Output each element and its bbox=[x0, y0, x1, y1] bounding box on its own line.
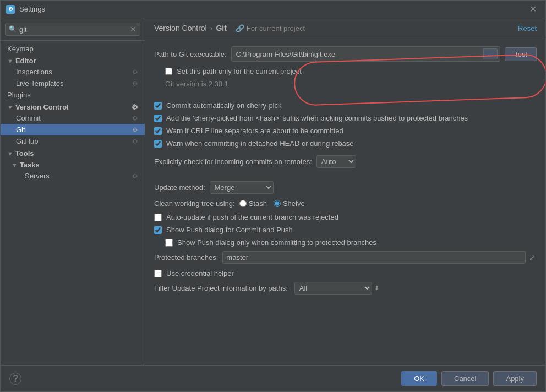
filter-expand-icon: ⬍ bbox=[374, 285, 379, 292]
set-path-checkbox-label[interactable]: Set this path only for the current proje… bbox=[165, 67, 302, 75]
main-content: 🔍 ✕ Keymap ▼ Editor Inspections bbox=[1, 18, 545, 365]
sidebar-group-version-control[interactable]: ▼ Version Control ⚙ bbox=[1, 101, 145, 112]
show-push-dialog-row: Show Push dialog for Commit and Push bbox=[154, 226, 537, 234]
breadcrumb-separator: › bbox=[210, 24, 213, 32]
git-version-text: Git version is 2.30.1 bbox=[165, 80, 537, 88]
auto-update-row: Auto-update if push of the current branc… bbox=[154, 213, 537, 221]
reset-button[interactable]: Reset bbox=[518, 24, 537, 32]
protected-branches-input[interactable] bbox=[222, 251, 526, 264]
commit-gear-icon: ⚙ bbox=[132, 115, 138, 122]
sidebar-item-github[interactable]: GitHub ⚙ bbox=[1, 135, 145, 147]
protected-branches-input-wrap: ⤢ bbox=[222, 251, 537, 264]
protected-expand-icon[interactable]: ⤢ bbox=[528, 253, 537, 262]
cherry-pick-row: Commit automatically on cherry-pick bbox=[154, 101, 537, 110]
set-path-checkbox[interactable] bbox=[165, 68, 172, 75]
show-push-protected-row: Show Push dialog only when committing to… bbox=[165, 238, 537, 247]
show-push-dialog-label[interactable]: Show Push dialog for Commit and Push bbox=[154, 226, 293, 234]
auto-update-text: Auto-update if push of the current branc… bbox=[166, 213, 338, 221]
clean-working-tree-row: Clean working tree using: Stash Shelve bbox=[154, 199, 537, 208]
stash-radio-label[interactable]: Stash bbox=[239, 199, 267, 208]
credential-helper-checkbox[interactable] bbox=[154, 270, 162, 277]
sidebar-item-inspections[interactable]: Inspections ⚙ bbox=[1, 66, 145, 78]
filter-select[interactable]: All Affected paths only bbox=[294, 282, 372, 295]
sidebar-group-tasks[interactable]: ▼ Tasks bbox=[1, 159, 145, 170]
github-gear-icon: ⚙ bbox=[132, 138, 138, 145]
clean-working-tree-label: Clean working tree using: bbox=[154, 199, 235, 208]
sidebar-item-git[interactable]: Git ⚙ bbox=[1, 124, 145, 135]
cherry-pick-suffix-label[interactable]: Add the 'cherry-picked from <hash>' suff… bbox=[154, 114, 468, 122]
filter-label: Filter Update Project information by pat… bbox=[154, 284, 288, 292]
close-button[interactable]: ✕ bbox=[526, 3, 540, 15]
breadcrumb: Version Control › Git bbox=[154, 24, 227, 32]
for-project-link[interactable]: 🔗 For current project bbox=[236, 24, 305, 32]
content-area: Version Control › Git 🔗 For current proj… bbox=[145, 18, 545, 365]
detached-head-label[interactable]: Warn when committing in detached HEAD or… bbox=[154, 139, 354, 148]
crlf-checkbox[interactable] bbox=[154, 127, 162, 135]
title-bar: ⚙ Settings ✕ bbox=[1, 1, 545, 18]
show-push-dialog-checkbox[interactable] bbox=[154, 226, 162, 234]
stash-radio[interactable] bbox=[239, 200, 247, 207]
apply-button[interactable]: Apply bbox=[493, 371, 537, 386]
sidebar-item-tasks-label: Tasks bbox=[20, 161, 40, 169]
update-method-row: Update method: Merge Rebase Branch Defau… bbox=[154, 181, 537, 194]
cherry-pick-label[interactable]: Commit automatically on cherry-pick bbox=[154, 101, 282, 110]
sidebar-item-keymap-label: Keymap bbox=[7, 45, 34, 53]
cherry-pick-text: Commit automatically on cherry-pick bbox=[166, 101, 282, 110]
breadcrumb-current: Git bbox=[216, 24, 226, 32]
path-input-wrap: … bbox=[231, 46, 501, 62]
browse-button[interactable]: … bbox=[483, 48, 498, 59]
sidebar-item-commit[interactable]: Commit ⚙ bbox=[1, 112, 145, 124]
sidebar-group-editor[interactable]: ▼ Editor bbox=[1, 55, 145, 66]
test-button[interactable]: Test bbox=[505, 47, 537, 61]
help-button[interactable]: ? bbox=[9, 373, 21, 385]
cancel-button[interactable]: Cancel bbox=[441, 371, 489, 386]
sidebar-item-commit-label: Commit bbox=[16, 114, 41, 122]
clean-radio-group: Stash Shelve bbox=[239, 199, 305, 208]
cherry-pick-checkbox[interactable] bbox=[154, 102, 162, 110]
show-push-protected-label[interactable]: Show Push dialog only when committing to… bbox=[165, 238, 376, 247]
sidebar-item-inspections-label: Inspections bbox=[16, 68, 52, 76]
show-push-dialog-text: Show Push dialog for Commit and Push bbox=[166, 226, 293, 234]
search-clear-icon[interactable]: ✕ bbox=[130, 25, 136, 34]
sidebar-item-plugins-label: Plugins bbox=[7, 91, 31, 99]
update-method-select[interactable]: Merge Rebase Branch Default bbox=[210, 181, 274, 194]
show-push-protected-checkbox[interactable] bbox=[165, 239, 173, 247]
cherry-pick-suffix-text: Add the 'cherry-picked from <hash>' suff… bbox=[166, 114, 468, 122]
credential-helper-text: Use credential helper bbox=[166, 269, 234, 277]
update-method-label: Update method: bbox=[154, 183, 205, 192]
content-header: Version Control › Git 🔗 For current proj… bbox=[145, 18, 545, 37]
set-path-row: Set this path only for the current proje… bbox=[165, 67, 537, 75]
search-input-wrap: 🔍 ✕ bbox=[5, 23, 140, 36]
shelve-radio-label[interactable]: Shelve bbox=[274, 199, 305, 208]
editor-expand-arrow: ▼ bbox=[7, 58, 13, 64]
path-input[interactable] bbox=[234, 50, 484, 58]
sidebar-tree: Keymap ▼ Editor Inspections ⚙ Live Templ… bbox=[1, 41, 145, 365]
vc-expand-arrow: ▼ bbox=[7, 104, 13, 111]
shelve-radio[interactable] bbox=[274, 200, 281, 207]
settings-dialog: ⚙ Settings ✕ 🔍 ✕ Keymap ▼ bbox=[0, 0, 546, 392]
breadcrumb-parent: Version Control bbox=[154, 24, 207, 32]
ok-button[interactable]: OK bbox=[401, 371, 437, 386]
cherry-pick-suffix-checkbox[interactable] bbox=[154, 115, 162, 122]
incoming-commits-select[interactable]: Auto Always Never bbox=[316, 155, 356, 168]
app-icon: ⚙ bbox=[6, 5, 15, 14]
credential-helper-label[interactable]: Use credential helper bbox=[154, 269, 234, 277]
credential-helper-row: Use credential helper bbox=[154, 269, 537, 277]
auto-update-checkbox[interactable] bbox=[154, 214, 162, 221]
sidebar-group-tools[interactable]: ▼ Tools bbox=[1, 147, 145, 159]
crlf-label[interactable]: Warn if CRLF line separators are about t… bbox=[154, 127, 343, 135]
incoming-commits-label: Explicitly check for incoming commits on… bbox=[154, 157, 312, 166]
shelve-label-text: Shelve bbox=[283, 199, 305, 208]
sidebar-item-keymap[interactable]: Keymap bbox=[1, 43, 145, 55]
crlf-row: Warn if CRLF line separators are about t… bbox=[154, 127, 537, 135]
path-label: Path to Git executable: bbox=[154, 50, 227, 58]
set-path-label-text: Set this path only for the current proje… bbox=[177, 67, 302, 75]
search-input[interactable] bbox=[19, 25, 130, 34]
sidebar-item-servers[interactable]: Servers ⚙ bbox=[1, 170, 145, 182]
detached-head-checkbox[interactable] bbox=[154, 140, 162, 148]
sidebar-item-live-templates[interactable]: Live Templates ⚙ bbox=[1, 78, 145, 89]
sidebar-item-plugins[interactable]: Plugins bbox=[1, 89, 145, 101]
live-templates-gear-icon: ⚙ bbox=[132, 80, 138, 88]
auto-update-label[interactable]: Auto-update if push of the current branc… bbox=[154, 213, 338, 221]
tasks-expand-arrow: ▼ bbox=[12, 162, 18, 168]
